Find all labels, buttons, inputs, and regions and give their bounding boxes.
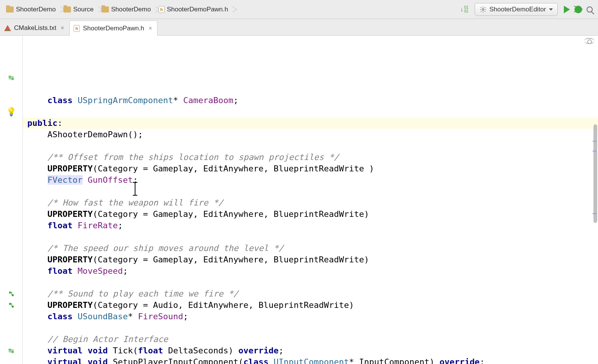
download-digit-bottom: 01 <box>464 9 469 13</box>
text: ; <box>123 266 128 276</box>
close-icon[interactable]: × <box>59 25 65 31</box>
function: SetupPlayerInputComponent <box>113 357 238 364</box>
text: (Category = Gameplay, EditAnywhere, Blue… <box>93 209 369 219</box>
keyword: float <box>47 221 72 230</box>
macro: UPROPERTY <box>47 209 93 219</box>
comment: /* How fast the weapon will fire */ <box>47 198 223 207</box>
text: ( <box>238 357 243 364</box>
text: (Category = Gameplay, EditAnywhere, Blue… <box>93 255 369 264</box>
code-content: class USpringArmComponent* CameraBoom; p… <box>27 95 598 364</box>
breadcrumb-file[interactable]: hShooterDemoPawn.h <box>156 0 233 19</box>
text: ; <box>118 221 123 230</box>
comment: /** Sound to play each time we fire */ <box>47 289 238 298</box>
text: * InputComponent) <box>349 357 439 364</box>
text-cursor <box>135 182 135 196</box>
download-sources-button[interactable]: ↓ 01 01 <box>458 3 471 16</box>
folder-icon <box>101 6 109 13</box>
text: * <box>173 96 183 105</box>
breadcrumb-module[interactable]: ShooterDemo <box>98 0 156 19</box>
keyword: float <box>138 346 163 355</box>
keyword: override <box>439 357 480 364</box>
run-configuration-label: ShooterDemoEditor <box>489 6 546 13</box>
member: MoveSpeed <box>77 266 123 276</box>
svg-point-0 <box>482 8 484 10</box>
type: USpringArmComponent <box>77 96 173 105</box>
run-button[interactable] <box>562 3 572 16</box>
download-arrow-icon: ↓ <box>460 5 464 13</box>
debug-button[interactable] <box>572 3 584 16</box>
text: * <box>128 312 138 321</box>
close-icon[interactable]: × <box>147 25 153 32</box>
comment: /** Offset from the ships location to sp… <box>47 152 339 162</box>
text: ( <box>133 346 138 355</box>
macro: UPROPERTY <box>47 255 93 264</box>
implements-icon[interactable] <box>7 301 16 309</box>
text: ; <box>480 357 485 364</box>
type: UInputComponent <box>274 357 349 364</box>
member: GunOffset <box>88 175 133 185</box>
keyword: public <box>27 118 57 128</box>
svg-rect-3 <box>9 303 11 305</box>
function: Tick <box>113 346 133 355</box>
run-configuration-selector[interactable]: ShooterDemoEditor <box>475 3 558 16</box>
editor: ↹💡↹ class USpringArmComponent* CameraBoo… <box>0 36 598 364</box>
bug-icon <box>574 6 582 13</box>
member: FireRate <box>77 221 118 230</box>
keyword: class <box>47 96 72 105</box>
search-button[interactable] <box>584 3 595 16</box>
type: FVector <box>47 175 83 185</box>
search-icon <box>587 6 593 13</box>
keyword: class <box>244 357 269 364</box>
folder-icon <box>6 6 14 13</box>
keyword: float <box>47 266 72 276</box>
keyword: virtual void <box>47 346 113 355</box>
cmake-icon <box>4 25 11 31</box>
breadcrumb-source[interactable]: Source <box>60 0 98 19</box>
breadcrumb-label: Source <box>73 6 94 13</box>
keyword: virtual void <box>47 357 113 364</box>
keyword: override <box>238 346 279 355</box>
chevron-down-icon <box>549 8 553 11</box>
text: ; <box>233 96 238 105</box>
folder-icon <box>63 6 71 13</box>
macro: UPROPERTY <box>47 300 93 310</box>
keyword: class <box>47 312 72 321</box>
text: (Category = Gameplay, EditAnywhere, Blue… <box>93 164 374 173</box>
type: USoundBase <box>77 312 127 321</box>
gutter[interactable]: ↹💡↹ <box>0 36 23 364</box>
comment: // Begin Actor Interface <box>47 334 168 344</box>
text: ; <box>183 312 188 321</box>
intention-bulb-icon[interactable]: 💡 <box>7 108 16 116</box>
tab-shooterdemopawn[interactable]: h ShooterDemoPawn.h × <box>69 20 157 36</box>
text: DeltaSeconds) <box>163 346 239 355</box>
macro: UPROPERTY <box>47 164 93 173</box>
navigation-toolbar: ShooterDemo Source ShooterDemo hShooterD… <box>0 0 598 19</box>
text: (); <box>128 130 143 139</box>
tab-label: ShooterDemoPawn.h <box>83 25 144 32</box>
text: (Category = Audio, EditAnywhere, Bluepri… <box>93 300 354 310</box>
breadcrumb-label: ShooterDemo <box>111 6 151 13</box>
tab-label: CMakeLists.txt <box>14 24 56 32</box>
header-file-icon: h <box>159 6 165 13</box>
play-icon <box>564 6 570 13</box>
text: : <box>57 118 62 128</box>
comment: /* The speed our ship moves around the l… <box>47 243 284 253</box>
download-digit-top: 01 <box>464 6 469 9</box>
vcs-change-icon[interactable]: ↹ <box>7 347 16 355</box>
breadcrumb-label: ShooterDemoPawn.h <box>167 6 228 13</box>
svg-rect-1 <box>9 292 11 293</box>
header-file-icon: h <box>74 25 80 32</box>
member: CameraBoom <box>183 96 233 105</box>
breadcrumb-label: ShooterDemo <box>16 6 56 13</box>
tab-cmakelists[interactable]: CMakeLists.txt × <box>0 20 69 35</box>
editor-tabstrip: CMakeLists.txt × h ShooterDemoPawn.h × <box>0 19 598 36</box>
text: ; <box>279 346 283 355</box>
vcs-change-icon[interactable]: ↹ <box>7 74 16 82</box>
code-area[interactable]: class USpringArmComponent* CameraBoom; p… <box>23 36 598 364</box>
breadcrumb-root[interactable]: ShooterDemo <box>3 0 60 19</box>
implements-icon[interactable] <box>7 290 16 298</box>
member: FireSound <box>138 312 183 321</box>
function: AShooterDemoPawn <box>47 130 128 139</box>
gear-icon <box>480 6 486 13</box>
